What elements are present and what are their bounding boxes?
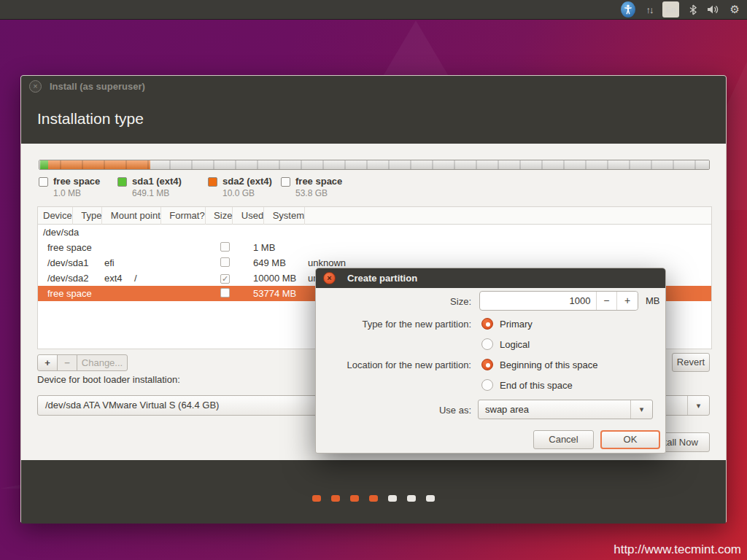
dialog-title: Create partition xyxy=(347,273,417,284)
table-row[interactable]: /dev/sda xyxy=(38,225,711,240)
progress-dots xyxy=(312,495,435,502)
cell-format xyxy=(202,271,248,286)
radio-icon[interactable] xyxy=(481,318,493,330)
cell-format xyxy=(202,255,248,271)
radio-icon[interactable] xyxy=(481,359,493,370)
keyboard-layout-indicator[interactable]: En xyxy=(662,1,678,18)
legend-swatch xyxy=(117,177,127,187)
progress-dot xyxy=(312,495,321,502)
window-footer xyxy=(21,460,726,524)
column-header[interactable]: Format? xyxy=(164,207,205,225)
ok-button[interactable]: OK xyxy=(600,430,660,449)
radio-primary[interactable]: Primary xyxy=(481,317,533,330)
legend-swatch xyxy=(39,177,48,187)
cell-type xyxy=(99,225,129,240)
cell-system xyxy=(350,240,708,255)
use-as-label: Use as: xyxy=(322,405,471,416)
column-header[interactable]: Size xyxy=(209,207,233,225)
use-as-select[interactable]: swap area ▾ xyxy=(478,400,653,419)
legend-label: free space xyxy=(53,176,100,187)
radio-icon[interactable] xyxy=(481,338,493,350)
legend-size: 1.0 MB xyxy=(53,188,81,198)
cell-mount-point: / xyxy=(129,271,202,286)
size-label: Size: xyxy=(322,296,471,307)
window-titlebar[interactable]: × Install (as superuser) xyxy=(21,76,726,97)
cell-device: free space xyxy=(38,240,99,255)
cell-format xyxy=(202,225,248,240)
column-header[interactable]: Used xyxy=(236,207,264,225)
chevron-down-icon: ▾ xyxy=(687,396,709,415)
size-spinbox: 1000 − + xyxy=(479,291,638,311)
cell-type: ext4 xyxy=(99,271,129,286)
radio-beginning[interactable]: Beginning of this space xyxy=(481,358,597,371)
cell-device: free space xyxy=(38,286,99,301)
close-icon[interactable]: × xyxy=(29,80,42,93)
size-unit-label: MB xyxy=(646,295,660,306)
radio-label: Logical xyxy=(500,339,530,350)
progress-dot xyxy=(331,495,340,502)
radio-label: End of this space xyxy=(500,380,573,391)
cell-size xyxy=(248,225,303,240)
column-header[interactable]: Type xyxy=(76,207,102,225)
progress-dot xyxy=(407,495,416,502)
page-title: Installation type xyxy=(37,110,144,128)
column-header[interactable]: Device xyxy=(38,207,73,225)
close-icon[interactable]: × xyxy=(323,272,336,284)
size-increment-button[interactable]: + xyxy=(616,292,638,310)
cell-device: /dev/sda xyxy=(38,225,99,240)
legend-label: free space xyxy=(295,176,342,187)
progress-dot xyxy=(350,495,359,502)
format-checkbox[interactable] xyxy=(220,274,230,284)
radio-icon[interactable] xyxy=(481,379,493,391)
boot-loader-label: Device for boot loader installation: xyxy=(37,374,180,385)
progress-dot xyxy=(369,495,378,502)
cell-format xyxy=(202,286,248,301)
format-checkbox[interactable] xyxy=(220,288,230,298)
cell-size: 53774 MB xyxy=(248,286,303,301)
cell-format xyxy=(202,240,248,255)
column-header[interactable]: Mount point xyxy=(106,207,161,225)
window-header: × Install (as superuser) Installation ty… xyxy=(21,76,726,144)
radio-logical[interactable]: Logical xyxy=(481,338,530,351)
progress-dot xyxy=(426,495,435,502)
cell-mount-point xyxy=(129,225,202,240)
column-header[interactable]: System xyxy=(268,207,305,225)
cancel-button[interactable]: Cancel xyxy=(533,430,594,449)
watermark: http://www.tecmint.com xyxy=(614,542,741,557)
cell-type xyxy=(99,286,129,301)
progress-dot xyxy=(388,495,397,502)
legend-swatch xyxy=(208,177,217,187)
radio-end[interactable]: End of this space xyxy=(481,378,573,392)
cell-used xyxy=(303,225,350,240)
bluetooth-icon[interactable] xyxy=(689,1,697,18)
cell-mount-point xyxy=(129,286,202,301)
partition-actions: +−Change... xyxy=(37,354,128,371)
dialog-titlebar[interactable]: × Create partition xyxy=(316,268,665,288)
cell-size: 10000 MB xyxy=(248,271,303,286)
legend-size: 649.1 MB xyxy=(132,188,169,198)
size-decrement-button[interactable]: − xyxy=(596,292,617,310)
format-checkbox[interactable] xyxy=(220,242,230,252)
cell-device: /dev/sda2 xyxy=(38,271,99,286)
change-partition-button[interactable]: Change... xyxy=(77,354,128,371)
cell-mount-point xyxy=(129,240,202,255)
cell-type xyxy=(99,240,129,255)
cell-type: efi xyxy=(99,255,129,271)
network-updown-icon[interactable]: ↑↓ xyxy=(646,1,652,18)
boot-loader-device-value: /dev/sda ATA VMware Virtual S (64.4 GB) xyxy=(38,400,219,411)
format-checkbox[interactable] xyxy=(220,257,230,267)
add-partition-button[interactable]: + xyxy=(37,354,58,371)
legend-swatch xyxy=(281,177,290,187)
size-input[interactable]: 1000 xyxy=(480,292,596,310)
legend-label: sda2 (ext4) xyxy=(222,176,272,187)
disk-bar-ticks xyxy=(39,160,709,169)
table-row[interactable]: free space1 MB xyxy=(38,240,711,255)
session-gear-icon[interactable]: ⚙ xyxy=(730,1,740,18)
accessibility-icon[interactable] xyxy=(621,1,635,18)
volume-icon[interactable] xyxy=(707,1,720,18)
cell-device: /dev/sda1 xyxy=(38,255,99,271)
create-partition-dialog: × Create partition Size: 1000 − + MB Typ… xyxy=(315,268,666,454)
remove-partition-button[interactable]: − xyxy=(57,354,77,371)
revert-button[interactable]: Revert xyxy=(672,353,710,372)
location-label: Location for the new partition: xyxy=(322,359,471,370)
